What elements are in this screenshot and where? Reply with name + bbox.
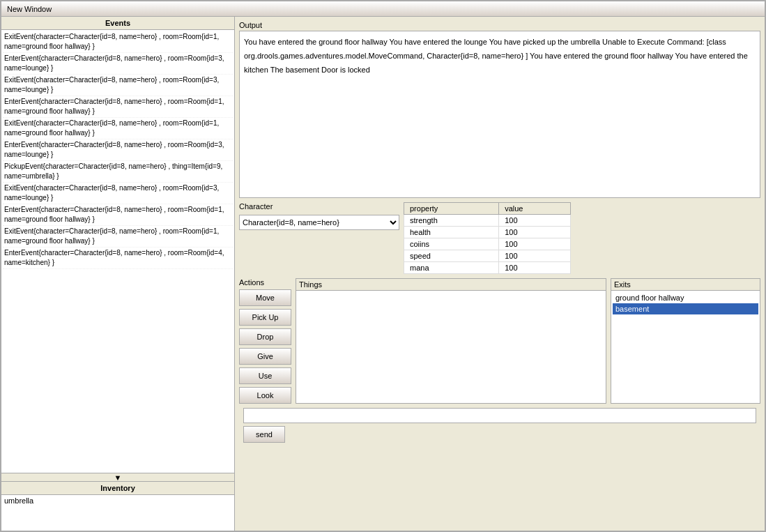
property-row: strength100 — [404, 215, 571, 227]
property-value: 100 — [499, 250, 571, 262]
things-box: Things — [296, 278, 606, 404]
things-header: Things — [296, 279, 606, 291]
event-item: PickupEvent{character=Character{id=8, na… — [3, 161, 233, 183]
property-name: mana — [404, 262, 499, 274]
actions-buttons: MovePick UpDropGiveUseLook — [239, 289, 291, 404]
property-row: coiins100 — [404, 238, 571, 250]
event-item: ExitEvent{character=Character{id=8, name… — [3, 31, 233, 53]
things-exits-row: Things Exits ground floor hallwaybasemen… — [296, 278, 760, 404]
property-value: 100 — [499, 215, 571, 227]
event-item: ExitEvent{character=Character{id=8, name… — [3, 226, 233, 248]
property-name: coiins — [404, 238, 499, 250]
window-frame: New Window Events ExitEvent{character=Ch… — [0, 0, 766, 532]
bottom-bar: send — [239, 408, 760, 447]
output-label: Output — [239, 21, 760, 29]
event-item: ExitEvent{character=Character{id=8, name… — [3, 75, 233, 96]
exit-item[interactable]: basement — [613, 303, 758, 314]
events-header: Events — [1, 17, 234, 30]
event-item: EnterEvent{character=Character{id=8, nam… — [3, 139, 233, 161]
property-name: health — [404, 227, 499, 238]
action-btn-move[interactable]: Move — [239, 289, 291, 306]
things-content[interactable] — [296, 291, 606, 403]
character-left: Character Character{id=8, name=hero} — [239, 202, 399, 274]
action-btn-use[interactable]: Use — [239, 367, 291, 384]
property-row: speed100 — [404, 250, 571, 262]
property-value: 100 — [499, 238, 571, 250]
property-row: mana100 — [404, 262, 571, 274]
character-label: Character — [239, 202, 399, 211]
event-item: EnterEvent{character=Character{id=8, nam… — [3, 96, 233, 118]
actions-label: Actions — [239, 278, 291, 287]
action-btn-drop[interactable]: Drop — [239, 328, 291, 345]
exits-box: Exits ground floor hallwaybasement — [611, 278, 760, 404]
property-col-header: property — [404, 203, 499, 215]
action-btn-look[interactable]: Look — [239, 387, 291, 404]
inventory-content: umbrella — [1, 495, 234, 531]
property-name: speed — [404, 250, 499, 262]
property-value: 100 — [499, 262, 571, 274]
action-btn-give[interactable]: Give — [239, 348, 291, 365]
properties-table: property value strength100health100coiin… — [404, 202, 571, 274]
event-item: ExitEvent{character=Character{id=8, name… — [3, 118, 233, 139]
output-area[interactable]: You have entered the ground floor hallwa… — [239, 31, 760, 198]
exits-header: Exits — [611, 279, 760, 291]
command-input[interactable] — [243, 408, 756, 423]
action-btn-pick-up[interactable]: Pick Up — [239, 309, 291, 326]
event-item: ExitEvent{character=Character{id=8, name… — [3, 183, 233, 204]
title-bar: New Window — [1, 1, 765, 17]
events-section: Events ExitEvent{character=Character{id=… — [1, 17, 234, 482]
property-value: 100 — [499, 227, 571, 238]
property-name: strength — [404, 215, 499, 227]
event-item: EnterEvent{character=Character{id=8, nam… — [3, 204, 233, 226]
events-list[interactable]: ExitEvent{character=Character{id=8, name… — [1, 30, 234, 473]
event-item: EnterEvent{character=Character{id=8, nam… — [3, 248, 233, 269]
send-button[interactable]: send — [243, 426, 285, 443]
output-section: Output You have entered the ground floor… — [239, 21, 760, 198]
value-col-header: value — [499, 203, 571, 215]
window-title: New Window — [7, 5, 52, 13]
scroll-indicator: ▼ — [1, 473, 234, 481]
left-panel: Events ExitEvent{character=Character{id=… — [1, 17, 235, 531]
inventory-section: Inventory umbrella — [1, 482, 234, 531]
character-select[interactable]: Character{id=8, name=hero} — [239, 215, 399, 230]
exit-item[interactable]: ground floor hallway — [613, 292, 758, 303]
inventory-header: Inventory — [1, 482, 234, 495]
property-row: health100 — [404, 227, 571, 238]
actions-section: Actions MovePick UpDropGiveUseLook Thing… — [239, 278, 760, 404]
character-section: Character Character{id=8, name=hero} pro… — [239, 202, 760, 274]
inventory-item: umbrella — [4, 496, 231, 505]
main-content: Events ExitEvent{character=Character{id=… — [1, 17, 765, 531]
event-item: EnterEvent{character=Character{id=8, nam… — [3, 53, 233, 75]
right-panel: Output You have entered the ground floor… — [235, 17, 765, 531]
exits-content[interactable]: ground floor hallwaybasement — [611, 291, 760, 403]
